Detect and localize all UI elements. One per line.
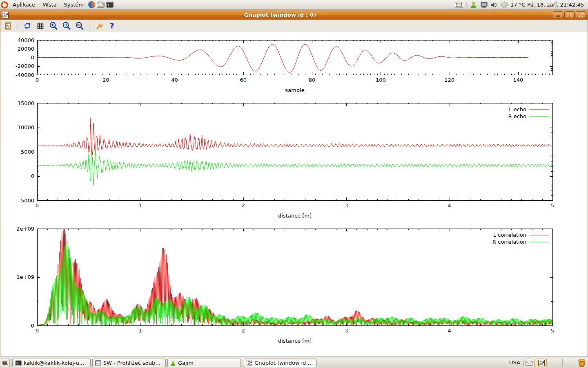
help-question-glyph: ? [110, 22, 114, 30]
svg-text:3: 3 [345, 202, 348, 209]
zoom-all-icon [75, 21, 84, 30]
replot-button[interactable] [22, 20, 33, 31]
svg-text:40000: 40000 [18, 37, 34, 43]
legend: L correlationR correlation [492, 232, 549, 245]
gajim-status-icon[interactable] [470, 1, 478, 9]
email-launcher-icon[interactable] [96, 0, 105, 9]
zoom-next-icon [62, 21, 71, 30]
task-button-gnuplot[interactable]: Gnuplot (window id : 0) [244, 359, 316, 367]
svg-text:1e+09: 1e+09 [16, 274, 34, 280]
clock-applet[interactable]: Pá, 18. září, 21:42:45 [527, 2, 584, 8]
svg-text:60: 60 [240, 77, 247, 83]
series-l-echo [37, 118, 552, 155]
zoom-all-button[interactable] [74, 20, 85, 31]
gajim-icon [170, 360, 176, 366]
x-axis-title: distance [m] [278, 338, 312, 344]
mail-tray-button[interactable] [523, 359, 535, 367]
svg-text:L correlation: L correlation [493, 232, 526, 238]
mail-tray-icon [526, 361, 532, 366]
svg-text:2: 2 [242, 202, 245, 209]
svg-text:100: 100 [376, 77, 386, 83]
axes [37, 229, 553, 326]
menu-aplikace[interactable]: Aplikace [9, 0, 39, 10]
svg-text:140: 140 [513, 77, 523, 83]
task-button-label: kaklik@kaklik-kolej-u... [24, 360, 84, 366]
weather-icon[interactable] [500, 1, 508, 9]
svg-text:-40000: -40000 [16, 72, 34, 78]
ubuntu-logo-icon [1, 1, 8, 9]
close-button[interactable] [576, 11, 586, 18]
menu-mista[interactable]: Místa [39, 0, 60, 10]
task-button-terminal[interactable]: kaklik@kaklik-kolej-u... [12, 359, 91, 367]
taskbar-separator [562, 359, 563, 367]
svg-text:0: 0 [31, 54, 34, 61]
firefox-icon [88, 1, 96, 9]
svg-text:0: 0 [36, 328, 39, 334]
tray-applet-handle[interactable] [465, 1, 468, 9]
menu-system[interactable]: Systém [60, 0, 87, 10]
toolbar-separator [89, 22, 89, 30]
window-icon [2, 12, 9, 18]
x-axis-title: distance [m] [278, 213, 312, 219]
legend: L echoR echo [508, 106, 549, 119]
tick-labels: 01234501e+092e+09distance [m] [16, 226, 554, 344]
tick-labels: 020406080100120140-40000-200000200004000… [16, 37, 523, 94]
window-toolbar: ? [0, 20, 588, 32]
series-r-echo [37, 148, 552, 185]
file-manager-icon [95, 360, 101, 366]
svg-text:0: 0 [36, 77, 39, 83]
window-titlebar[interactable]: Gnuplot (window id : 0) [0, 10, 588, 20]
minimize-icon [556, 13, 560, 17]
tick-labels: 012345-5000050001000015000distance [m] [18, 100, 555, 219]
help-button[interactable]: ? [107, 20, 117, 31]
task-button-file-manager[interactable]: SW - Prohlížeč souborů [92, 359, 166, 367]
terminal-icon [106, 2, 114, 8]
gnuplot-window: Gnuplot (window id : 0) [0, 10, 588, 356]
copy-to-clipboard-button[interactable] [3, 20, 13, 31]
zoom-next-button[interactable] [61, 20, 72, 31]
ubuntu-menu-icon[interactable] [0, 0, 9, 9]
svg-text:4: 4 [448, 202, 451, 209]
svg-text:15000: 15000 [18, 100, 34, 106]
svg-text:-5000: -5000 [19, 197, 34, 204]
maximize-button[interactable] [564, 11, 575, 18]
refresh-icon [23, 21, 32, 30]
svg-text:R echo: R echo [508, 113, 526, 119]
trash-button[interactable] [577, 358, 587, 368]
settings-button[interactable] [94, 20, 104, 31]
svg-text:3: 3 [345, 328, 348, 334]
temperature-label[interactable]: 17 °C [510, 2, 525, 8]
volume-icon[interactable] [490, 1, 498, 9]
firefox-launcher-icon[interactable] [87, 0, 96, 9]
svg-text:2e+09: 2e+09 [16, 226, 34, 232]
plot-canvas[interactable]: 020406080100120140-40000-200000200004000… [0, 32, 588, 356]
svg-text:0: 0 [31, 173, 34, 179]
grid-toggle-button[interactable] [35, 20, 46, 31]
axes [37, 103, 553, 201]
show-desktop-icon [2, 361, 8, 366]
svg-text:5000: 5000 [21, 149, 34, 155]
series-l-correlation [37, 229, 552, 325]
svg-text:5: 5 [551, 202, 554, 209]
window-title: Gnuplot (window id : 0) [9, 12, 552, 18]
wrench-icon [94, 21, 103, 30]
gnuplot-tray-button[interactable] [536, 359, 547, 367]
svg-text:20: 20 [102, 77, 109, 83]
task-button-label: Gajim [178, 360, 194, 366]
svg-text:L echo: L echo [509, 106, 526, 112]
display-settings-icon[interactable] [480, 1, 488, 9]
task-button-label: SW - Prohlížeč souborů [103, 360, 163, 366]
gnome-bottom-panel: kaklik@kaklik-kolej-u... SW - Prohlížeč … [0, 357, 588, 368]
svg-text:10000: 10000 [18, 124, 34, 130]
chart-3: 01234501e+092e+09distance [m]L correlati… [16, 226, 554, 344]
task-button-gajim[interactable]: Gajim [167, 359, 241, 367]
minimize-button[interactable] [553, 11, 563, 18]
email-envelope-icon [97, 2, 105, 8]
mail-notifier-icon[interactable] [455, 1, 463, 9]
show-desktop-button[interactable] [1, 359, 10, 367]
keyboard-layout-indicator[interactable]: USA [509, 359, 520, 366]
terminal-launcher-icon[interactable] [105, 0, 114, 9]
svg-text:0: 0 [31, 323, 34, 329]
zoom-previous-button[interactable] [48, 20, 59, 31]
svg-text:5: 5 [551, 328, 554, 334]
